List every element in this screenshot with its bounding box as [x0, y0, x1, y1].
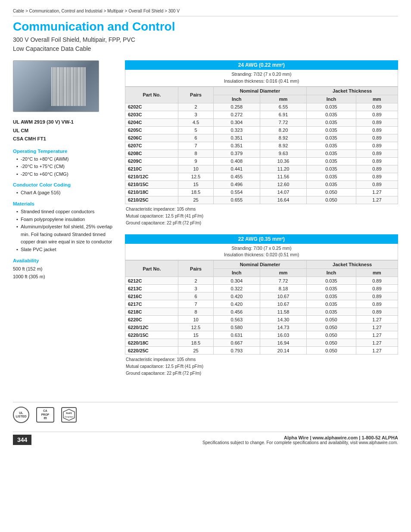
table-cell: 0.89: [356, 111, 398, 118]
table-row: 6203C30.2726.910.0350.89: [125, 111, 398, 118]
table-cell: 8.18: [260, 285, 306, 292]
table-cell: 0.563: [213, 316, 260, 324]
table-cell: 0.456: [213, 308, 260, 316]
table-cell: 6208C: [125, 149, 178, 157]
materials-heading: Materials: [13, 201, 116, 206]
table-cell: 6.91: [260, 111, 306, 118]
table-cell: 0.89: [356, 308, 398, 316]
th-nominal2: Nominal Diameter: [213, 261, 307, 269]
table-cell: 12.5: [178, 173, 213, 180]
table2-body: 6212C20.3047.720.0350.896213C30.3228.180…: [125, 277, 398, 355]
table-cell: 0.035: [307, 103, 356, 111]
table-cell: 0.89: [356, 103, 398, 111]
table-row: 6220/12C12.50.58014.730.0501.27: [125, 324, 398, 331]
table-cell: 0.408: [213, 157, 260, 165]
table-cell: 0.050: [307, 188, 356, 196]
table-cell: 0.035: [307, 173, 356, 180]
footer-company: Alpha Wire | www.alphawire.com | 1-800-5…: [202, 435, 398, 440]
table-cell: 10.36: [260, 157, 306, 165]
th-inch1a: Inch: [213, 95, 260, 103]
table-cell: 6210/18C: [125, 188, 178, 196]
table-cell: 0.050: [307, 196, 356, 204]
page-footer: 344 Alpha Wire | www.alphawire.com | 1-8…: [13, 432, 398, 445]
table-cell: 8: [178, 149, 213, 157]
table-row: 6217C70.42010.670.0350.89: [125, 300, 398, 308]
table-cell: 0.035: [307, 165, 356, 173]
table-cell: 0.050: [307, 339, 356, 347]
table-cell: 1.27: [356, 347, 398, 355]
th-nominal1: Nominal Diameter: [213, 87, 307, 95]
conductor-color-heading: Conductor Color Coding: [13, 182, 116, 187]
svg-text:Compliant: Compliant: [65, 416, 73, 418]
table-cell: 10.67: [260, 300, 306, 308]
footer-logos: ULLISTED CAPROP65 RoHS Compliant: [13, 402, 398, 423]
table-cell: 18.5: [178, 339, 213, 347]
subtitle-line1: 300 V Overall Foil Shield, Multipair, FP…: [13, 36, 135, 43]
table-cell: 0.89: [356, 149, 398, 157]
table-cell: 6217C: [125, 300, 178, 308]
operating-temp-list: -20°C to +80°C (AWM) -20°C to +75°C (CM)…: [13, 156, 116, 178]
table-cell: 6205C: [125, 126, 178, 134]
table-row: 6220C100.56314.300.0501.27: [125, 316, 398, 324]
table-cell: 0.351: [213, 142, 260, 149]
table-cell: 6: [178, 292, 213, 300]
left-column: UL AWM 2919 (30 V) VW-1 UL CM CSA CMH FT…: [13, 60, 116, 385]
table-cell: 25: [178, 347, 213, 355]
table-cell: 6216C: [125, 292, 178, 300]
table-cell: 16.94: [260, 339, 306, 347]
cable-image: [13, 60, 99, 112]
table-cell: 0.035: [307, 157, 356, 165]
table-cell: 6220/18C: [125, 339, 178, 347]
breadcrumb: Cable > Communication, Control and Indus…: [13, 9, 398, 16]
table-row: 6209C90.40810.360.0350.89: [125, 157, 398, 165]
table-row: 6206C60.3518.920.0350.89: [125, 134, 398, 142]
table-cell: 16.03: [260, 331, 306, 339]
th-mm2b: mm: [356, 269, 398, 277]
table2-notes: Characteristic impedance: 105 ohms Mutua…: [125, 356, 398, 377]
table-cell: 7: [178, 300, 213, 308]
table-cell: 0.631: [213, 331, 260, 339]
subtitle-line2: Low Capacitance Data Cable: [13, 45, 91, 52]
operating-temp-heading: Operating Temperature: [13, 149, 116, 154]
table-cell: 0.441: [213, 165, 260, 173]
table-cell: 0.351: [213, 134, 260, 142]
material-item-0: Stranded tinned copper conductors: [16, 208, 116, 216]
footer-info: Alpha Wire | www.alphawire.com | 1-800-5…: [202, 435, 398, 445]
table-cell: 0.035: [307, 149, 356, 157]
table-cell: 15: [178, 180, 213, 188]
temp-item-2: -20°C to +60°C (CMG): [16, 171, 116, 178]
table-cell: 6209C: [125, 157, 178, 165]
table-cell: 12.60: [260, 180, 306, 188]
availability-line2: 1000 ft (305 m): [13, 273, 116, 281]
table-cell: 8.92: [260, 134, 306, 142]
table-cell: 16.64: [260, 196, 306, 204]
table-cell: 1.27: [356, 188, 398, 196]
table-row: 6204C4.50.3047.720.0350.89: [125, 118, 398, 126]
table-cell: 6202C: [125, 103, 178, 111]
table-cell: 11.20: [260, 165, 306, 173]
table-row: 6205C50.3238.200.0350.89: [125, 126, 398, 134]
th-part2: Part No.: [125, 261, 178, 277]
table-cell: 7.72: [260, 118, 306, 126]
table-cell: 5: [178, 126, 213, 134]
table-cell: 6213C: [125, 285, 178, 292]
table-cell: 0.258: [213, 103, 260, 111]
table-cell: 0.496: [213, 180, 260, 188]
table-cell: 0.379: [213, 149, 260, 157]
spec-line-2: UL CM: [13, 127, 116, 135]
table-cell: 0.035: [307, 180, 356, 188]
table-cell: 10: [178, 165, 213, 173]
table-cell: 0.89: [356, 292, 398, 300]
table-cell: 0.035: [307, 126, 356, 134]
table-cell: 0.89: [356, 142, 398, 149]
table-cell: 0.89: [356, 126, 398, 134]
table-24awg: 24 AWG (0.22 mm²) Stranding: 7/32 (7 x 0…: [125, 60, 398, 227]
svg-marker-0: [63, 409, 75, 420]
spec-block: UL AWM 2919 (30 V) VW-1 UL CM CSA CMH FT…: [13, 118, 116, 143]
table-cell: 6204C: [125, 118, 178, 126]
table-cell: 1.27: [356, 196, 398, 204]
table-cell: 0.035: [307, 118, 356, 126]
conductor-color-list: Chart A (page 516): [13, 189, 116, 197]
th-mm2a: mm: [260, 269, 306, 277]
table-cell: 0.304: [213, 118, 260, 126]
